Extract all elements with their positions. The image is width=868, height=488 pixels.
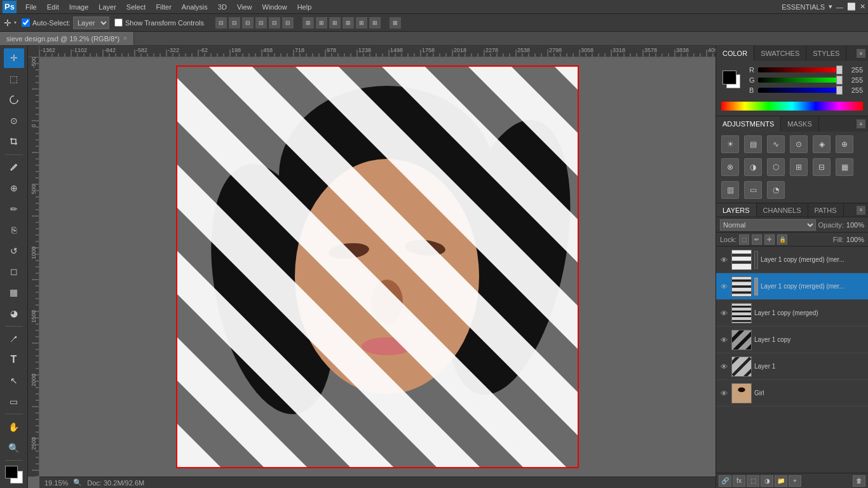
layer-mask-1[interactable] <box>754 251 758 269</box>
b-slider[interactable] <box>758 88 843 93</box>
layers-list[interactable]: 👁 Layer 1 copy (merged) (mer... 👁 <box>716 247 868 473</box>
layer-eye-3[interactable]: 👁 <box>719 308 729 318</box>
menu-image[interactable]: Image <box>64 0 94 13</box>
fg-color-swatch[interactable] <box>5 466 18 478</box>
tool-history-brush[interactable]: ↺ <box>4 241 24 261</box>
add-mask-btn[interactable]: ⬚ <box>747 475 759 487</box>
align-left[interactable]: ⊟ <box>215 17 227 29</box>
adj-invert[interactable]: ⊟ <box>813 158 831 176</box>
lock-position[interactable]: ✛ <box>764 234 775 245</box>
adj-photofilter[interactable]: ⬡ <box>767 158 785 176</box>
tool-shape[interactable]: ▭ <box>4 391 24 411</box>
adj-curves[interactable]: ∿ <box>767 135 785 153</box>
menu-filter[interactable]: Filter <box>151 0 176 13</box>
tool-heal[interactable]: ⊕ <box>4 178 24 198</box>
tab-close[interactable]: × <box>123 35 127 42</box>
dist-top[interactable]: ⊞ <box>342 17 354 29</box>
panel-fg-swatch[interactable] <box>722 71 736 85</box>
tab-styles[interactable]: STYLES <box>806 46 846 61</box>
adj-panel-menu-btn[interactable]: ≡ <box>857 119 865 128</box>
adj-colorbalance[interactable]: ⊗ <box>721 158 739 176</box>
tool-dodge[interactable]: ◕ <box>4 304 24 323</box>
menu-edit[interactable]: Edit <box>42 0 64 13</box>
layer-eye-1[interactable]: 👁 <box>719 255 729 265</box>
tool-path-select[interactable]: ↖ <box>4 371 24 391</box>
menu-select[interactable]: Select <box>121 0 151 13</box>
layer-eye-girl[interactable]: 👁 <box>719 388 729 398</box>
canvas-area[interactable]: -1362-1102-842-582-322-62198458718978123… <box>28 46 715 488</box>
align-right[interactable]: ⊟ <box>242 17 254 29</box>
adj-posterize[interactable]: ▦ <box>836 158 853 176</box>
layer-item-girl[interactable]: 👁 Girl <box>716 380 868 407</box>
tool-hand[interactable]: ✋ <box>4 417 24 437</box>
adj-levels[interactable]: ▤ <box>744 135 762 153</box>
dist-center-h[interactable]: ⊞ <box>316 17 327 29</box>
align-bottom[interactable]: ⊟ <box>282 17 294 29</box>
layer-item-3[interactable]: 👁 Layer 1 copy (merged) <box>716 300 868 327</box>
menu-analysis[interactable]: Analysis <box>177 0 213 13</box>
layer-item-2[interactable]: 👁 Layer 1 copy (merged) (mer... <box>716 273 868 300</box>
tab-swatches[interactable]: SWATCHES <box>754 46 806 61</box>
link-layers-btn[interactable]: 🔗 <box>719 475 731 487</box>
layer-eye-4[interactable]: 👁 <box>719 335 729 345</box>
dist-right[interactable]: ⊞ <box>329 17 341 29</box>
new-adjustment-btn[interactable]: ◑ <box>761 475 773 487</box>
tool-move[interactable]: ✛ <box>4 48 24 68</box>
layer-eye-2[interactable]: 👁 <box>719 281 729 292</box>
adj-brightness[interactable]: ☀ <box>721 135 739 153</box>
zoom-icon[interactable]: 🔍 <box>73 478 82 487</box>
tab-adjustments[interactable]: ADJUSTMENTS <box>716 116 781 132</box>
align-center-v[interactable]: ⊟ <box>269 17 280 29</box>
color-spectrum[interactable] <box>721 102 863 111</box>
layers-panel-menu-btn[interactable]: ≡ <box>857 206 865 215</box>
menu-window[interactable]: Window <box>257 0 292 13</box>
r-slider[interactable] <box>758 67 843 72</box>
tab-color[interactable]: COLOR <box>716 46 754 61</box>
adj-hsl[interactable]: ⊕ <box>836 135 853 153</box>
lock-image[interactable]: ✏ <box>752 234 762 245</box>
adj-channelmixer[interactable]: ⊞ <box>790 158 808 176</box>
adj-gradient-map[interactable]: ▭ <box>744 181 762 199</box>
g-slider[interactable] <box>758 78 843 83</box>
tool-clone[interactable]: ⎘ <box>4 220 24 240</box>
tab-masks[interactable]: MASKS <box>781 116 819 132</box>
auto-select-dropdown[interactable]: Layer Group <box>73 17 109 29</box>
tool-zoom[interactable]: 🔍 <box>4 438 24 458</box>
layer-fx-btn[interactable]: fx <box>733 475 745 487</box>
adj-threshold[interactable]: ▥ <box>721 181 739 199</box>
delete-layer-btn[interactable]: 🗑 <box>853 475 865 487</box>
dist-center-v[interactable]: ⊞ <box>356 17 367 29</box>
layer-item-4[interactable]: 👁 Layer 1 copy <box>716 327 868 353</box>
tool-eyedropper[interactable] <box>4 158 24 177</box>
adj-exposure[interactable]: ⊙ <box>790 135 808 153</box>
document-tab[interactable]: sieve design.psd @ 19.2% (RGB/8*) × <box>0 32 134 45</box>
menu-file[interactable]: File <box>20 0 42 13</box>
new-layer-btn[interactable]: + <box>789 475 801 487</box>
align-center-h[interactable]: ⊟ <box>229 17 240 29</box>
opacity-value[interactable]: 100% <box>846 221 864 229</box>
tool-quick-select[interactable]: ⊙ <box>4 111 24 131</box>
tab-layers[interactable]: LAYERS <box>716 203 757 217</box>
adj-selective-color[interactable]: ◔ <box>767 181 785 199</box>
document-canvas[interactable] <box>39 57 715 477</box>
tab-paths[interactable]: PATHS <box>808 203 844 217</box>
dist-bottom[interactable]: ⊞ <box>369 17 381 29</box>
menu-view[interactable]: View <box>232 0 257 13</box>
align-top[interactable]: ⊟ <box>255 17 267 29</box>
layer-item-1[interactable]: 👁 Layer 1 copy (merged) (mer... <box>716 247 868 273</box>
lock-all[interactable]: 🔒 <box>777 234 787 245</box>
tool-crop[interactable] <box>4 132 24 152</box>
layer-mask-2[interactable] <box>754 278 758 295</box>
menu-3d[interactable]: 3D <box>213 0 232 13</box>
tool-text[interactable]: T <box>4 350 24 370</box>
show-transform-checkbox[interactable] <box>114 18 123 27</box>
blend-mode-select[interactable]: Normal Multiply Screen Overlay <box>720 219 816 231</box>
lock-transparent[interactable]: ⬚ <box>739 234 749 245</box>
color-panel-menu-btn[interactable]: ≡ <box>857 49 865 58</box>
tool-brush[interactable]: ✏ <box>4 199 24 219</box>
tool-lasso[interactable] <box>4 90 24 110</box>
tab-channels[interactable]: CHANNELS <box>757 203 808 217</box>
adj-bw[interactable]: ◑ <box>744 158 762 176</box>
fill-value[interactable]: 100% <box>846 236 864 243</box>
fg-bg-colors[interactable] <box>4 464 24 484</box>
